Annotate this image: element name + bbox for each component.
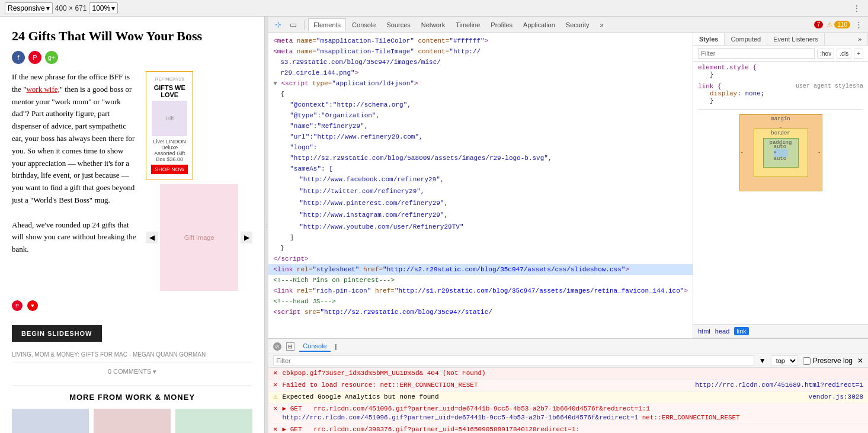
more-item-1: WORK & MONEY 30 Days To A Killer New Job…: [12, 409, 89, 433]
link-rule-header: link { user agent stylesha: [698, 83, 863, 90]
tab-security[interactable]: Security: [561, 19, 594, 31]
html-line: "http://s2.r29static.com/blog/5a8009/ass…: [268, 153, 693, 163]
tab-elements[interactable]: Elements: [308, 18, 346, 31]
html-attr: rel=: [297, 287, 312, 294]
console-close-button[interactable]: ✕: [857, 357, 863, 365]
breadcrumb-head[interactable]: head: [715, 328, 729, 335]
html-line: "url":"http://www.refinery29.com",: [268, 131, 693, 142]
html-string: "logo":: [290, 144, 317, 151]
facebook-icon[interactable]: f: [12, 51, 25, 64]
html-attr: name=: [297, 37, 316, 44]
element-style-close: }: [698, 71, 863, 78]
styles-tabs: Styles Computed Event Listeners »: [693, 33, 868, 46]
html-string: "http://s2.r29static.com/blog/5a8009/ass…: [290, 155, 552, 162]
tab-application[interactable]: Application: [518, 19, 560, 31]
breadcrumb-html[interactable]: html: [698, 328, 710, 335]
html-tag: >: [485, 37, 489, 44]
zoom-select[interactable]: 100% ▾: [89, 2, 118, 14]
breadcrumb-link[interactable]: link: [734, 327, 749, 335]
html-line: <!---head JS--->: [268, 296, 693, 307]
viewport-height: 671: [75, 4, 87, 12]
more-grid: WORK & MONEY 30 Days To A Killer New Job…: [12, 409, 252, 433]
margin-label: margin: [771, 116, 790, 122]
cursor-icon[interactable]: ⊹: [271, 18, 285, 32]
style-selector: element.style {: [698, 64, 757, 71]
console-row-source-2[interactable]: http://rrc.rlcdn.com/451689.html?redirec…: [695, 381, 863, 390]
style-rule-element: element.style { }: [698, 64, 863, 78]
next-button[interactable]: ▶: [241, 232, 252, 243]
nav-buttons: ◀ Gift Image ▶: [146, 184, 252, 291]
html-attr: href=: [363, 266, 383, 273]
styles-tab-computed[interactable]: Computed: [725, 33, 767, 45]
html-line: <meta name="msapplication-TileColor" con…: [268, 36, 693, 46]
hov-filter-button[interactable]: :hov: [817, 49, 834, 59]
html-line: <meta name="msapplication-TileImage" con…: [268, 46, 693, 57]
slideshow-button[interactable]: BEGIN SLIDESHOW: [12, 325, 102, 342]
toolbar-dimensions: 400 × 671: [55, 4, 87, 12]
console-filter-button[interactable]: ⊟: [286, 342, 294, 351]
style-val: none: [745, 90, 760, 97]
html-tag: <script: [273, 309, 305, 316]
cls-filter-button[interactable]: .cls: [837, 49, 851, 59]
styles-tab-event-listeners[interactable]: Event Listeners: [767, 33, 825, 45]
responsive-select[interactable]: Responsive ▾: [5, 2, 53, 14]
styles-tab-more[interactable]: »: [852, 33, 868, 45]
style-prop: display: [710, 90, 737, 97]
html-attr-val: "application/ld+json": [332, 80, 414, 87]
console-tab[interactable]: Console: [299, 341, 330, 352]
pinterest-bottom-icon[interactable]: P: [12, 300, 23, 311]
preserve-log-container: Preserve log: [803, 357, 853, 365]
tab-timeline[interactable]: Timeline: [451, 19, 485, 31]
console-row-source-4[interactable]: http://rrc.rlcdn.com/451096.gif?partner_…: [282, 414, 638, 421]
html-attr: content=: [418, 48, 450, 55]
heart-bottom-icon[interactable]: ♥: [27, 300, 38, 311]
add-style-button[interactable]: +: [854, 49, 863, 59]
console-clear-button[interactable]: ⊘: [273, 342, 281, 351]
comments-section[interactable]: 0 COMMENTS ▾: [12, 363, 252, 376]
html-string: "name":"Refinery29",: [290, 123, 368, 130]
console-row-source-3[interactable]: vendor.js:3028: [809, 393, 863, 402]
border-top-value: -: [779, 132, 782, 138]
html-line: <script src="http://s2.r29static.com/blo…: [268, 307, 693, 317]
console-row-text-3: Expected Google Analytics but none found: [282, 393, 803, 402]
console-top-select[interactable]: top: [771, 355, 798, 366]
gift-product-name: Live! LINDON Deluxe Assorted Gift Box $3…: [151, 139, 188, 162]
link-rule-close: }: [698, 97, 863, 104]
tab-console[interactable]: Console: [347, 19, 380, 31]
style-semi: ;: [761, 90, 765, 97]
devtools-more-icon[interactable]: ⋮: [851, 18, 866, 32]
html-tag: <script: [281, 80, 312, 87]
tab-more[interactable]: »: [595, 19, 608, 31]
tab-profiles[interactable]: Profiles: [486, 19, 517, 31]
toolbar-left: Responsive ▾ 400 × 671 100% ▾: [5, 2, 845, 14]
article-content: 24 Gifts That Will Wow Your Boss f P g+ …: [0, 17, 264, 433]
html-line: r29_circle_144.png">: [268, 68, 693, 78]
google-icon[interactable]: g+: [45, 51, 58, 64]
device-icon[interactable]: ▭: [286, 18, 300, 32]
console-row-text-2: Failed to load resource: net::ERR_CONNEC…: [282, 381, 690, 390]
x-separator: ×: [69, 4, 73, 12]
content-box: auto × auto: [774, 149, 788, 157]
shop-now-button[interactable]: SHOP NOW: [151, 165, 188, 174]
preserve-log-checkbox[interactable]: [803, 357, 811, 365]
prev-button[interactable]: ◀: [146, 232, 158, 243]
gift-main-image: Gift Image: [160, 184, 238, 291]
console-row-5: ✕ ▶ GET rrc.rlcdn.com/398376.gif?partner…: [268, 424, 868, 433]
tab-network[interactable]: Network: [417, 19, 450, 31]
more-title: MORE FROM WORK & MONEY: [12, 393, 252, 402]
console-filter-input[interactable]: [273, 355, 754, 366]
viewport-width: 400: [55, 4, 67, 12]
tab-sources[interactable]: Sources: [382, 19, 415, 31]
pinterest-icon[interactable]: P: [28, 51, 41, 64]
more-item-2-image: [94, 409, 171, 433]
gift-widget-title: GIFTS WE LOVE: [151, 84, 188, 98]
work-wife-link[interactable]: work wife,: [26, 85, 59, 94]
styles-filter-input[interactable]: [698, 48, 815, 59]
console-panel: ⊘ ⊟ Console | ▼ top Preserve log ✕ ✕: [268, 338, 868, 433]
html-tag: <meta: [273, 37, 297, 44]
main-layout: 24 Gifts That Will Wow Your Boss f P g+ …: [0, 17, 868, 433]
more-options-button[interactable]: ⋮: [850, 2, 863, 15]
styles-tab-styles[interactable]: Styles: [693, 33, 725, 45]
styles-panel: Styles Computed Event Listeners » :hov .…: [693, 33, 868, 338]
expand-icon[interactable]: ▼: [273, 80, 281, 87]
